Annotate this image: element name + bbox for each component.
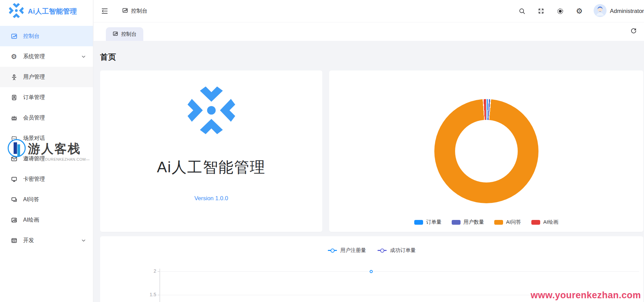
user-icon [10,74,18,80]
fullscreen-icon[interactable] [536,6,546,16]
gridline [160,271,639,272]
legend-label: 订单量 [426,219,441,225]
donut-chart-card: 订单量 用户数量 AI问答 AI绘画 [329,70,643,232]
sidebar-item-users[interactable]: 用户管理 [0,67,93,87]
dashboard-icon [10,33,18,39]
sidebar-item-orders[interactable]: 订单管理 [0,87,93,108]
dev-window-icon [10,237,18,244]
envelope-icon [10,156,18,162]
y-tick-label: 1.5 [140,292,156,297]
sidebar-item-label: 场景对话 [23,135,45,142]
sidebar-item-members[interactable]: 会员管理 [0,108,93,128]
sidebar-item-label: 系统管理 [23,53,45,60]
sidebar-item-ai-qa[interactable]: AI问答 [0,189,93,210]
breadcrumb[interactable]: 控制台 [122,7,147,15]
legend-label: 用户数量 [464,219,484,225]
sidebar-item-label: AI绘画 [23,217,39,224]
sidebar-item-label: 卡密管理 [23,176,45,183]
legend-item-user-count[interactable]: 用户数量 [452,219,484,225]
sidebar-item-label: 会员管理 [23,114,45,122]
gear-icon: ⚙ [10,52,18,61]
sidebar-item-label: 订单管理 [23,94,45,101]
data-point [370,270,373,273]
y-axis-line [160,269,160,302]
brand-logo [100,86,322,136]
brand-card: Ai人工智能管理 Version 1.0.0 [100,70,322,232]
sidebar-item-system[interactable]: ⚙ 系统管理 [0,46,93,67]
brand-title: Ai人工智能管理 [100,157,322,177]
sidebar-item-scene-chat[interactable]: 场景对话 [0,128,93,148]
tick-mark [158,271,160,272]
legend-swatch [531,220,540,225]
tick-mark [158,295,160,295]
sidebar-item-invites[interactable]: 邀请管理 [0,148,93,169]
sidebar-nav: 控制台 ⚙ 系统管理 用户管理 订单管理 会员管理 [0,22,93,251]
scene-chat-icon [10,135,18,142]
tab-dashboard[interactable]: 控制台 [106,27,143,41]
brand-version: Version 1.0.0 [100,195,322,202]
sidebar-item-card-keys[interactable]: 卡密管理 [0,169,93,189]
legend-swatch [494,220,503,225]
legend-label: AI绘画 [543,219,558,225]
breadcrumb-dashboard-icon [122,7,128,15]
breadcrumb-label: 控制台 [131,7,147,15]
y-tick-label: 2 [140,268,156,274]
legend-label: AI问答 [506,219,521,225]
chevron-down-icon [81,238,86,243]
sidebar-item-label: 用户管理 [23,74,45,81]
order-badge-icon [10,94,18,101]
sidebar-item-ai-paint[interactable]: AI绘画 [0,210,93,230]
legend-item-ai-qa[interactable]: AI问答 [494,219,521,225]
image-icon [10,217,18,223]
legend-swatch [414,220,423,225]
monitor-card-icon [10,176,18,182]
top-header: 控制台 ⚙ Admin [94,0,644,22]
page-title: 首页 [100,52,643,62]
donut-legend: 订单量 用户数量 AI问答 AI绘画 [329,219,643,225]
watermark-url-bottom: www.yourenkezhan.com [531,290,641,301]
theme-sun-icon[interactable] [556,6,565,16]
donut-chart [434,99,538,203]
sidebar-item-label: 邀请管理 [23,155,45,162]
avatar [594,4,607,18]
legend-swatch [452,220,461,225]
refresh-icon[interactable] [630,27,637,34]
settings-gear-icon[interactable]: ⚙ [575,6,584,16]
chat-icon [10,196,18,203]
crown-icon [10,115,18,121]
sidebar: Ai人工智能管理 控制台 ⚙ 系统管理 用户管理 订单管理 [0,0,93,302]
sidebar-collapse-button[interactable] [100,6,109,16]
app-title: Ai人工智能管理 [28,7,77,16]
tab-label: 控制台 [121,31,136,37]
app-logo: Ai人工智能管理 [0,0,93,22]
sidebar-item-label: 控制台 [23,33,39,40]
sidebar-item-label: AI问答 [23,196,39,203]
app-logo-icon [9,3,24,19]
chevron-down-icon [81,54,86,59]
legend-item-ai-paint[interactable]: AI绘画 [531,219,558,225]
search-icon[interactable] [517,6,527,16]
tab-dashboard-icon [113,31,118,37]
legend-item-orders[interactable]: 订单量 [414,219,441,225]
sidebar-item-dev[interactable]: 开发 [0,230,93,251]
username: Administrator [610,8,644,15]
main-content: 首页 Ai人工智能管理 Version 1.0.0 [94,41,644,302]
sidebar-item-label: 开发 [23,237,34,244]
user-menu[interactable]: Administrator [594,4,644,18]
tab-bar: 控制台 [94,22,644,41]
sidebar-item-dashboard[interactable]: 控制台 [0,26,93,46]
